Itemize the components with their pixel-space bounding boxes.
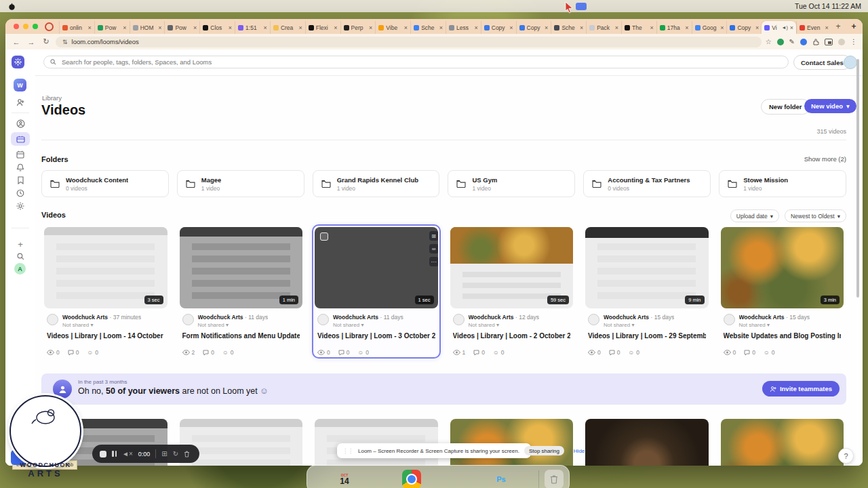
tab-audio-icon[interactable]: ◄) (782, 25, 788, 30)
drag-handle-icon[interactable]: ⋮⋮ (342, 448, 353, 454)
share-status-dropdown[interactable]: Not shared ▾ (333, 322, 403, 328)
tab-close-icon[interactable]: × (790, 24, 793, 31)
tab-close-icon[interactable]: × (404, 24, 408, 31)
browser-tab[interactable]: Vibe ◄) × (375, 21, 410, 34)
video-title[interactable]: Form Notifications and Menu Updates Disc… (182, 332, 300, 340)
tab-close-icon[interactable]: × (474, 24, 477, 31)
forward-button[interactable]: → (26, 38, 37, 46)
tab-close-icon[interactable]: × (193, 24, 197, 31)
video-card[interactable]: ⊞ ∞ ⋯ 1 min Woodchuck Arts · 11 days Not… (177, 224, 306, 359)
browser-tab[interactable]: Sche ◄) × (551, 21, 586, 34)
back-button[interactable]: ← (11, 38, 22, 46)
extension-icon-blue[interactable] (800, 39, 807, 45)
loom-logo-icon[interactable] (12, 56, 24, 68)
edit-button[interactable]: ⊞ (429, 231, 438, 241)
browser-tab[interactable]: Crea ◄) × (270, 21, 305, 34)
search-input[interactable] (60, 58, 782, 66)
video-thumbnail[interactable] (450, 419, 574, 466)
site-info-icon[interactable]: ⇅ (62, 39, 68, 45)
dock-app-icon[interactable] (402, 470, 421, 488)
tab-close-icon[interactable]: × (685, 24, 688, 31)
browser-tab[interactable]: Vi ◄) × (762, 21, 796, 34)
tab-close-icon[interactable]: × (298, 24, 302, 31)
dock-app-icon[interactable]: OCT 14 (335, 470, 354, 488)
contact-sales-button[interactable]: Contact Sales (793, 55, 851, 70)
tab-close-icon[interactable]: × (88, 24, 92, 31)
share-status-dropdown[interactable]: Not shared ▾ (739, 322, 810, 328)
dock-app-icon[interactable]: Ps (492, 470, 511, 488)
menu-status-icon[interactable] (576, 3, 587, 10)
browser-profile-avatar[interactable] (838, 39, 845, 45)
workspace-avatar[interactable]: W (14, 79, 26, 92)
browser-tab[interactable]: HOM ◄) × (130, 21, 165, 34)
new-tab-button[interactable]: + (831, 22, 845, 31)
tab-close-icon[interactable]: × (369, 24, 372, 31)
folder-card[interactable]: Woodchuck Content 0 videos (41, 170, 169, 197)
bookmark-star-icon[interactable]: ☆ (766, 38, 772, 45)
browser-tab[interactable]: Sche ◄) × (410, 21, 446, 34)
close-window-button[interactable] (14, 24, 19, 29)
video-title[interactable]: Videos | Library | Loom - 14 October 202… (47, 332, 165, 340)
page-scrollbar[interactable] (856, 59, 859, 298)
share-status-dropdown[interactable]: Not shared ▾ (469, 322, 539, 328)
more-options-button[interactable]: ⋯ (429, 257, 438, 266)
video-thumbnail[interactable] (585, 419, 709, 466)
tab-close-icon[interactable]: × (439, 24, 443, 31)
video-thumbnail[interactable]: ⊞ ∞ ⋯ 1 sec (315, 227, 438, 308)
rail-search-icon[interactable] (14, 250, 26, 262)
video-thumbnail[interactable]: ⊞ ∞ ⋯ 9 min (585, 227, 709, 308)
video-title[interactable]: Website Updates and Blog Posting Instruc… (724, 332, 842, 340)
add-space-icon[interactable]: + (14, 238, 26, 250)
browser-tab[interactable]: Perp ◄) × (340, 21, 376, 34)
dock-app-icon[interactable] (447, 470, 466, 488)
video-card[interactable] (718, 416, 847, 466)
browser-tab[interactable]: 17ha ◄) × (656, 21, 692, 34)
minimize-window-button[interactable] (23, 24, 28, 29)
copy-link-button[interactable]: ∞ (429, 244, 438, 253)
apple-logo-icon[interactable] (8, 3, 16, 10)
video-thumbnail[interactable]: ⊞ ∞ ⋯ 3 sec (44, 227, 167, 308)
tab-share-icon[interactable] (825, 39, 833, 45)
browser-menu-kebab-icon[interactable]: ⋮ (850, 38, 857, 45)
browser-tab[interactable]: Even ◄) × (796, 21, 831, 34)
bookmarks-icon[interactable] (14, 174, 26, 186)
help-button[interactable]: ? (838, 448, 854, 464)
settings-gear-icon[interactable] (14, 200, 26, 212)
home-icon[interactable] (14, 117, 26, 129)
browser-tab[interactable]: onlin ◄) × (59, 21, 94, 34)
tab-close-icon[interactable]: × (264, 24, 267, 31)
browser-tab[interactable]: The ◄) × (621, 21, 656, 34)
browser-tab[interactable]: Copy ◄) × (481, 21, 516, 34)
meetings-icon[interactable] (14, 148, 26, 161)
browser-tab[interactable]: Goog ◄) × (692, 21, 727, 34)
video-card[interactable]: ⊞ ∞ ⋯ 1 sec Woodchuck Arts · 11 days Not… (312, 224, 441, 359)
video-title[interactable]: Videos | Library | Loom - 29 September 2… (588, 332, 706, 340)
dock-app-icon[interactable] (425, 470, 443, 488)
browser-tab[interactable]: Copy ◄) × (726, 21, 762, 34)
folder-card[interactable]: Magee 1 video (177, 170, 304, 197)
space-avatar[interactable]: A (14, 263, 26, 274)
share-status-dropdown[interactable]: Not shared ▾ (604, 322, 674, 328)
invite-members-icon[interactable] (14, 96, 26, 108)
video-card[interactable]: ⊞ ∞ ⋯ 3 sec Woodchuck Arts · 37 minutes … (41, 224, 170, 359)
select-checkbox[interactable] (320, 232, 328, 241)
video-title[interactable]: Videos | Library | Loom - 3 October 2025 (317, 332, 435, 340)
zoom-window-button[interactable] (33, 24, 38, 29)
tab-close-icon[interactable]: × (825, 24, 829, 31)
tab-overflow-button[interactable]: + (845, 22, 863, 31)
delete-recording-button[interactable] (184, 451, 190, 458)
hide-notification-button[interactable]: Hide (574, 448, 585, 454)
mute-icon[interactable]: ◄× (122, 450, 133, 458)
new-folder-button[interactable]: New folder (761, 99, 810, 115)
history-clock-icon[interactable] (14, 187, 26, 199)
video-card[interactable]: ⊞ ∞ ⋯ 3 min Woodchuck Arts · 15 days Not… (718, 224, 847, 359)
browser-tab[interactable]: Clos ◄) × (199, 21, 235, 34)
tab-close-icon[interactable]: × (229, 24, 232, 31)
browser-tab[interactable]: 1:51 ◄) × (235, 21, 270, 34)
tab-close-icon[interactable]: × (158, 24, 161, 31)
account-avatar[interactable] (844, 56, 857, 69)
dock-app-icon[interactable] (380, 470, 399, 488)
library-icon[interactable] (11, 132, 30, 146)
video-thumbnail[interactable] (721, 419, 844, 466)
menu-bar-clock[interactable]: Tue Oct 14 11:22 AM (795, 2, 861, 10)
